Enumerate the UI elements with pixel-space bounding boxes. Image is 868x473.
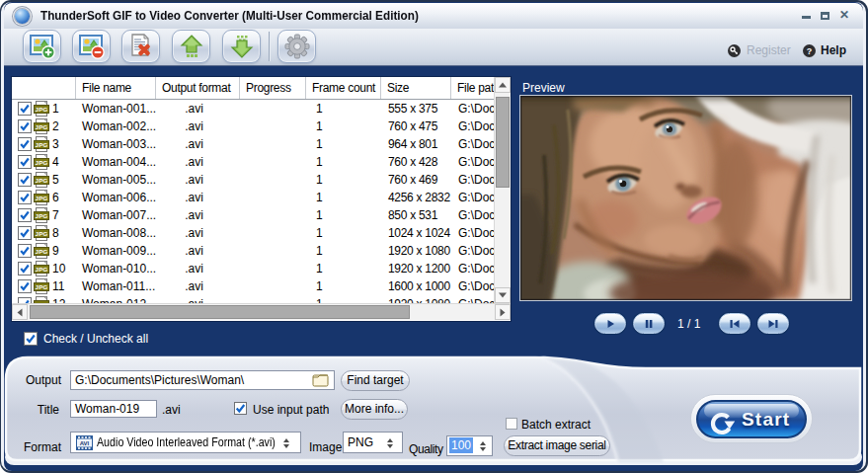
svg-text:AVI: AVI <box>80 440 90 446</box>
svg-text:JPG: JPG <box>36 230 48 237</box>
svg-text:JPG: JPG <box>36 212 48 219</box>
svg-text:JPG: JPG <box>36 177 48 184</box>
svg-text:JPG: JPG <box>36 106 48 113</box>
svg-text:JPG: JPG <box>36 141 48 148</box>
svg-text:?: ? <box>807 46 813 56</box>
svg-text:JPG: JPG <box>36 266 48 273</box>
svg-text:JPG: JPG <box>36 195 48 201</box>
svg-text:JPG: JPG <box>36 123 48 130</box>
svg-text:JPG: JPG <box>36 283 48 290</box>
svg-text:JPG: JPG <box>36 159 48 166</box>
svg-text:JPG: JPG <box>36 248 48 255</box>
